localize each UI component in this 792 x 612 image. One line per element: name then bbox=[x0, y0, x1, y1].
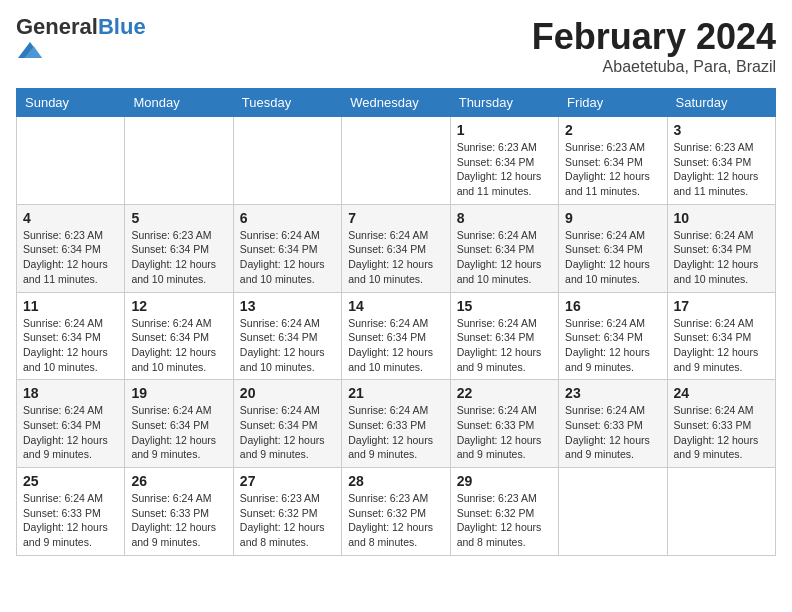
day-info: Sunrise: 6:23 AMSunset: 6:34 PMDaylight:… bbox=[23, 228, 118, 287]
calendar-cell: 13Sunrise: 6:24 AMSunset: 6:34 PMDayligh… bbox=[233, 292, 341, 380]
calendar-cell: 21Sunrise: 6:24 AMSunset: 6:33 PMDayligh… bbox=[342, 380, 450, 468]
day-number: 15 bbox=[457, 298, 552, 314]
calendar-week-row: 4Sunrise: 6:23 AMSunset: 6:34 PMDaylight… bbox=[17, 204, 776, 292]
day-number: 2 bbox=[565, 122, 660, 138]
day-number: 6 bbox=[240, 210, 335, 226]
day-number: 21 bbox=[348, 385, 443, 401]
day-number: 17 bbox=[674, 298, 769, 314]
calendar-cell: 29Sunrise: 6:23 AMSunset: 6:32 PMDayligh… bbox=[450, 468, 558, 556]
logo-general-text: General bbox=[16, 14, 98, 39]
day-info: Sunrise: 6:23 AMSunset: 6:32 PMDaylight:… bbox=[240, 491, 335, 550]
day-info: Sunrise: 6:23 AMSunset: 6:32 PMDaylight:… bbox=[457, 491, 552, 550]
day-number: 10 bbox=[674, 210, 769, 226]
title-block: February 2024 Abaetetuba, Para, Brazil bbox=[532, 16, 776, 76]
calendar-cell bbox=[233, 117, 341, 205]
day-info: Sunrise: 6:24 AMSunset: 6:34 PMDaylight:… bbox=[348, 228, 443, 287]
column-header-friday: Friday bbox=[559, 89, 667, 117]
day-number: 26 bbox=[131, 473, 226, 489]
day-info: Sunrise: 6:24 AMSunset: 6:34 PMDaylight:… bbox=[674, 316, 769, 375]
day-number: 13 bbox=[240, 298, 335, 314]
page-header: GeneralBlue February 2024 Abaetetuba, Pa… bbox=[16, 16, 776, 76]
day-info: Sunrise: 6:24 AMSunset: 6:34 PMDaylight:… bbox=[23, 403, 118, 462]
day-info: Sunrise: 6:24 AMSunset: 6:34 PMDaylight:… bbox=[457, 228, 552, 287]
calendar-cell: 11Sunrise: 6:24 AMSunset: 6:34 PMDayligh… bbox=[17, 292, 125, 380]
day-number: 9 bbox=[565, 210, 660, 226]
calendar-cell: 20Sunrise: 6:24 AMSunset: 6:34 PMDayligh… bbox=[233, 380, 341, 468]
day-number: 16 bbox=[565, 298, 660, 314]
calendar-cell: 27Sunrise: 6:23 AMSunset: 6:32 PMDayligh… bbox=[233, 468, 341, 556]
day-info: Sunrise: 6:23 AMSunset: 6:32 PMDaylight:… bbox=[348, 491, 443, 550]
day-info: Sunrise: 6:24 AMSunset: 6:34 PMDaylight:… bbox=[240, 228, 335, 287]
day-number: 1 bbox=[457, 122, 552, 138]
calendar-header-row: SundayMondayTuesdayWednesdayThursdayFrid… bbox=[17, 89, 776, 117]
calendar-cell: 4Sunrise: 6:23 AMSunset: 6:34 PMDaylight… bbox=[17, 204, 125, 292]
day-number: 8 bbox=[457, 210, 552, 226]
day-number: 23 bbox=[565, 385, 660, 401]
calendar-week-row: 1Sunrise: 6:23 AMSunset: 6:34 PMDaylight… bbox=[17, 117, 776, 205]
calendar-cell: 19Sunrise: 6:24 AMSunset: 6:34 PMDayligh… bbox=[125, 380, 233, 468]
logo-blue-text: Blue bbox=[98, 14, 146, 39]
calendar-cell: 1Sunrise: 6:23 AMSunset: 6:34 PMDaylight… bbox=[450, 117, 558, 205]
calendar-table: SundayMondayTuesdayWednesdayThursdayFrid… bbox=[16, 88, 776, 556]
calendar-cell: 17Sunrise: 6:24 AMSunset: 6:34 PMDayligh… bbox=[667, 292, 775, 380]
calendar-week-row: 25Sunrise: 6:24 AMSunset: 6:33 PMDayligh… bbox=[17, 468, 776, 556]
day-info: Sunrise: 6:23 AMSunset: 6:34 PMDaylight:… bbox=[457, 140, 552, 199]
day-info: Sunrise: 6:24 AMSunset: 6:34 PMDaylight:… bbox=[348, 316, 443, 375]
day-number: 5 bbox=[131, 210, 226, 226]
calendar-cell bbox=[342, 117, 450, 205]
day-info: Sunrise: 6:24 AMSunset: 6:34 PMDaylight:… bbox=[565, 316, 660, 375]
day-number: 28 bbox=[348, 473, 443, 489]
day-number: 12 bbox=[131, 298, 226, 314]
calendar-cell: 8Sunrise: 6:24 AMSunset: 6:34 PMDaylight… bbox=[450, 204, 558, 292]
calendar-cell: 24Sunrise: 6:24 AMSunset: 6:33 PMDayligh… bbox=[667, 380, 775, 468]
calendar-cell: 5Sunrise: 6:23 AMSunset: 6:34 PMDaylight… bbox=[125, 204, 233, 292]
day-info: Sunrise: 6:24 AMSunset: 6:34 PMDaylight:… bbox=[240, 403, 335, 462]
day-info: Sunrise: 6:24 AMSunset: 6:33 PMDaylight:… bbox=[457, 403, 552, 462]
day-info: Sunrise: 6:24 AMSunset: 6:34 PMDaylight:… bbox=[565, 228, 660, 287]
column-header-sunday: Sunday bbox=[17, 89, 125, 117]
day-info: Sunrise: 6:24 AMSunset: 6:33 PMDaylight:… bbox=[131, 491, 226, 550]
day-info: Sunrise: 6:23 AMSunset: 6:34 PMDaylight:… bbox=[131, 228, 226, 287]
column-header-monday: Monday bbox=[125, 89, 233, 117]
day-number: 19 bbox=[131, 385, 226, 401]
day-number: 11 bbox=[23, 298, 118, 314]
day-info: Sunrise: 6:24 AMSunset: 6:33 PMDaylight:… bbox=[674, 403, 769, 462]
column-header-thursday: Thursday bbox=[450, 89, 558, 117]
day-info: Sunrise: 6:24 AMSunset: 6:34 PMDaylight:… bbox=[674, 228, 769, 287]
calendar-cell: 22Sunrise: 6:24 AMSunset: 6:33 PMDayligh… bbox=[450, 380, 558, 468]
calendar-cell: 25Sunrise: 6:24 AMSunset: 6:33 PMDayligh… bbox=[17, 468, 125, 556]
calendar-cell: 16Sunrise: 6:24 AMSunset: 6:34 PMDayligh… bbox=[559, 292, 667, 380]
column-header-saturday: Saturday bbox=[667, 89, 775, 117]
day-number: 3 bbox=[674, 122, 769, 138]
day-number: 24 bbox=[674, 385, 769, 401]
day-info: Sunrise: 6:24 AMSunset: 6:33 PMDaylight:… bbox=[348, 403, 443, 462]
calendar-cell bbox=[559, 468, 667, 556]
day-info: Sunrise: 6:24 AMSunset: 6:34 PMDaylight:… bbox=[240, 316, 335, 375]
day-number: 27 bbox=[240, 473, 335, 489]
calendar-cell: 14Sunrise: 6:24 AMSunset: 6:34 PMDayligh… bbox=[342, 292, 450, 380]
day-info: Sunrise: 6:24 AMSunset: 6:34 PMDaylight:… bbox=[131, 316, 226, 375]
calendar-cell: 26Sunrise: 6:24 AMSunset: 6:33 PMDayligh… bbox=[125, 468, 233, 556]
day-info: Sunrise: 6:23 AMSunset: 6:34 PMDaylight:… bbox=[674, 140, 769, 199]
calendar-cell: 12Sunrise: 6:24 AMSunset: 6:34 PMDayligh… bbox=[125, 292, 233, 380]
day-number: 22 bbox=[457, 385, 552, 401]
month-title: February 2024 bbox=[532, 16, 776, 58]
calendar-cell: 6Sunrise: 6:24 AMSunset: 6:34 PMDaylight… bbox=[233, 204, 341, 292]
calendar-cell: 23Sunrise: 6:24 AMSunset: 6:33 PMDayligh… bbox=[559, 380, 667, 468]
day-info: Sunrise: 6:24 AMSunset: 6:34 PMDaylight:… bbox=[131, 403, 226, 462]
day-number: 25 bbox=[23, 473, 118, 489]
day-number: 4 bbox=[23, 210, 118, 226]
day-number: 14 bbox=[348, 298, 443, 314]
calendar-cell: 10Sunrise: 6:24 AMSunset: 6:34 PMDayligh… bbox=[667, 204, 775, 292]
calendar-week-row: 18Sunrise: 6:24 AMSunset: 6:34 PMDayligh… bbox=[17, 380, 776, 468]
calendar-cell bbox=[125, 117, 233, 205]
calendar-cell: 3Sunrise: 6:23 AMSunset: 6:34 PMDaylight… bbox=[667, 117, 775, 205]
day-number: 29 bbox=[457, 473, 552, 489]
day-info: Sunrise: 6:24 AMSunset: 6:33 PMDaylight:… bbox=[23, 491, 118, 550]
calendar-cell: 15Sunrise: 6:24 AMSunset: 6:34 PMDayligh… bbox=[450, 292, 558, 380]
logo-icon bbox=[18, 38, 42, 62]
location-title: Abaetetuba, Para, Brazil bbox=[532, 58, 776, 76]
day-info: Sunrise: 6:24 AMSunset: 6:34 PMDaylight:… bbox=[457, 316, 552, 375]
day-info: Sunrise: 6:24 AMSunset: 6:33 PMDaylight:… bbox=[565, 403, 660, 462]
day-number: 7 bbox=[348, 210, 443, 226]
